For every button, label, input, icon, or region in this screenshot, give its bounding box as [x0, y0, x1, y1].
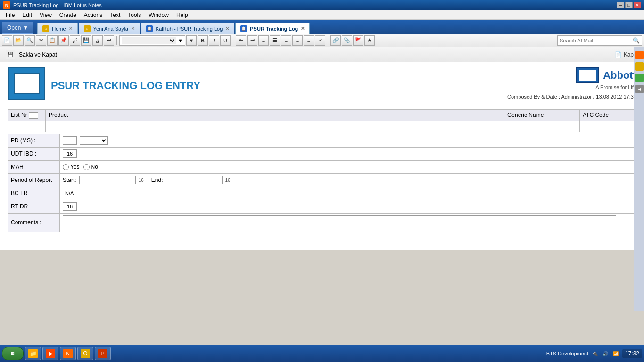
mah-row: MAH Yes No: [8, 161, 636, 174]
col-product: Product: [46, 110, 504, 121]
tb-mark[interactable]: ★: [364, 35, 375, 46]
restore-button[interactable]: □: [625, 2, 633, 8]
menu-edit[interactable]: Edit: [18, 11, 36, 19]
tb-indent-more[interactable]: ⇥: [247, 35, 257, 46]
abbott-name: Abbott: [603, 69, 636, 82]
tb-undo[interactable]: ↩: [104, 35, 114, 46]
menu-file[interactable]: File: [2, 11, 18, 19]
taskbar-lotus[interactable]: N: [60, 347, 76, 360]
rs-icon-1[interactable]: [635, 51, 644, 59]
tb-attachment[interactable]: 📎: [342, 35, 352, 46]
tb-paste[interactable]: 📌: [58, 35, 69, 46]
taskbar-folder[interactable]: 📁: [25, 347, 41, 360]
rs-collapse[interactable]: ◀: [635, 85, 644, 93]
product-cell: [46, 121, 504, 132]
comments-value: [60, 214, 636, 232]
mah-value: Yes No: [60, 161, 636, 173]
search-icon[interactable]: 🔍: [633, 37, 640, 44]
psur-tab-close[interactable]: ✕: [301, 26, 305, 31]
lotus-icon: N: [63, 349, 73, 358]
tab-bar: Open ▼ ⌂ Home ✕ ⌂ Yeni Ana Sayfa ✕ 📋 Kal…: [0, 20, 644, 34]
tb-link[interactable]: 🔗: [330, 35, 341, 46]
taskbar-ppt[interactable]: P: [95, 347, 111, 360]
close-button[interactable]: ✕: [634, 2, 641, 8]
tb-align-center[interactable]: ≡: [292, 35, 303, 46]
taskbar-media[interactable]: ▶: [42, 347, 58, 360]
tb-bold[interactable]: B: [198, 35, 208, 46]
period-end-input[interactable]: [166, 176, 223, 184]
tb-num-list[interactable]: ☰: [270, 35, 280, 46]
period-start-input[interactable]: [79, 176, 136, 184]
pd-ms-input[interactable]: [63, 136, 77, 145]
menu-actions[interactable]: Actions: [80, 11, 106, 19]
tb-print[interactable]: 🖨: [92, 35, 103, 46]
tb-indent-less[interactable]: ⇤: [236, 35, 246, 46]
tb-format[interactable]: 🖊: [70, 35, 80, 46]
taskbar-right: BTS Development 🔌 🔊 📶 17:32: [546, 349, 642, 358]
rt-dr-input[interactable]: [63, 202, 77, 211]
open-button[interactable]: Open ▼: [2, 22, 33, 34]
bc-tr-input[interactable]: [63, 189, 100, 197]
list-nr-input[interactable]: [29, 112, 38, 119]
tab-home[interactable]: ⌂ Home ✕: [37, 23, 77, 34]
tb-copy[interactable]: 📋: [47, 35, 58, 46]
start-button[interactable]: ⊞: [2, 347, 24, 360]
menu-tools[interactable]: Tools: [124, 11, 145, 19]
mah-no-label[interactable]: No: [83, 164, 98, 170]
abbott-logo: Abbott A Promise for Life Composed By & …: [507, 67, 636, 99]
tb-save[interactable]: 💾: [81, 35, 91, 46]
menu-view[interactable]: View: [36, 11, 56, 19]
yeni-tab-close[interactable]: ✕: [131, 26, 135, 31]
tb-font-size[interactable]: ▼: [186, 35, 197, 46]
system-clock: 17:32: [622, 349, 642, 358]
form-header: PSUR TRACKING LOG ENTRY Abbott A Promise…: [8, 67, 636, 105]
tb-bullet[interactable]: ≡: [258, 35, 269, 46]
tb-cut[interactable]: ✂: [36, 35, 46, 46]
end-val-badge: 16: [225, 178, 231, 183]
tb-underline[interactable]: U: [220, 35, 231, 46]
menu-text[interactable]: Text: [106, 11, 124, 19]
signal-icon: 📶: [612, 350, 619, 357]
pd-ms-dropdown[interactable]: [80, 136, 108, 145]
home-tab-icon: ⌂: [42, 25, 49, 32]
tab-kalruh[interactable]: 📋 KalRuh - PSUR Tracking Log ✕: [141, 23, 234, 34]
udt-ibd-label: UDT IBD :: [8, 148, 60, 160]
kalruh-tab-close[interactable]: ✕: [225, 26, 229, 31]
search-input[interactable]: [560, 38, 633, 43]
font-select[interactable]: [122, 37, 176, 44]
tab-yeni-ana[interactable]: ⌂ Yeni Ana Sayfa ✕: [79, 23, 140, 34]
udt-ibd-input[interactable]: [63, 149, 77, 158]
mah-yes-radio[interactable]: [63, 164, 69, 170]
abbott-logo-img: Abbott: [507, 67, 636, 83]
col-generic-name: Generic Name: [504, 110, 580, 121]
mah-no-radio[interactable]: [83, 164, 90, 170]
tb-print-preview[interactable]: 🔍: [25, 35, 35, 46]
tb-align-left[interactable]: ≡: [281, 35, 291, 46]
abbott-icon: [576, 67, 599, 83]
mah-yes-label[interactable]: Yes: [63, 164, 80, 170]
minimize-button[interactable]: ─: [617, 2, 624, 8]
menu-create[interactable]: Create: [56, 11, 80, 19]
tb-open[interactable]: 📂: [13, 35, 24, 46]
rs-icon-2[interactable]: [635, 62, 644, 71]
tb-align-right[interactable]: ≡: [304, 35, 314, 46]
menu-window[interactable]: Window: [145, 11, 173, 19]
tb-italic[interactable]: I: [209, 35, 219, 46]
taskbar-outlook[interactable]: O: [77, 347, 93, 360]
menu-help[interactable]: Help: [173, 11, 192, 19]
home-tab-close[interactable]: ✕: [69, 26, 73, 31]
tab-psur[interactable]: 📋 PSUR Tracking Log ✕: [235, 23, 310, 34]
bc-tr-value: [60, 187, 636, 200]
comments-textarea[interactable]: [63, 215, 616, 230]
volume-icon: 🔊: [602, 350, 609, 357]
field-rows: PD (MS) : UDT IBD : MAH Yes: [8, 134, 636, 232]
search-box[interactable]: 🔍: [557, 35, 642, 46]
separator-2: [233, 36, 233, 45]
font-selector[interactable]: ▼: [119, 35, 185, 46]
tb-check[interactable]: ✓: [315, 35, 325, 46]
tb-new[interactable]: 📄: [2, 35, 12, 46]
window-controls[interactable]: ─ □ ✕: [617, 2, 641, 8]
kalruh-tab-icon: 📋: [146, 25, 153, 32]
tb-flag[interactable]: 🚩: [353, 35, 363, 46]
rs-icon-3[interactable]: [635, 74, 644, 82]
